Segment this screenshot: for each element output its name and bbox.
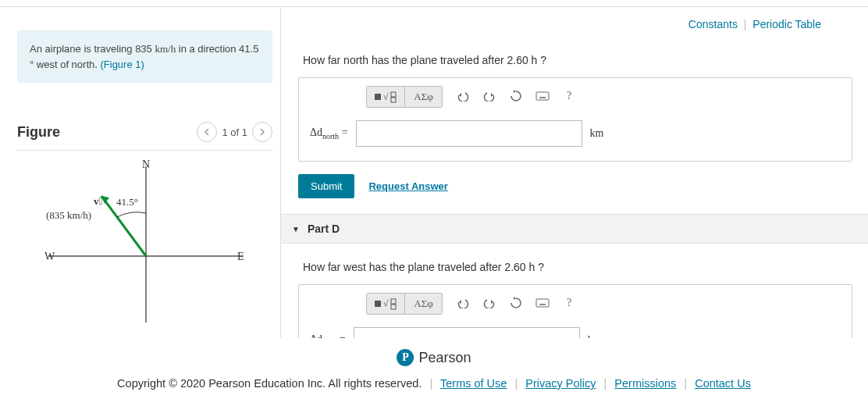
label-west: W (44, 251, 55, 263)
keyboard-button[interactable] (530, 86, 555, 106)
periodic-table-link[interactable]: Periodic Table (752, 18, 821, 30)
reset-icon (510, 90, 522, 102)
figure-diagram: N W E 41.5° v⃗ (835 km/h) (17, 158, 272, 330)
partc-answer-box: √ ΑΣφ ? (298, 77, 852, 162)
figure-prev-button[interactable] (197, 122, 217, 142)
help-button[interactable]: ? (557, 293, 582, 313)
submit-button[interactable]: Submit (298, 174, 354, 198)
svg-text:√: √ (383, 298, 389, 309)
redo-icon (483, 297, 496, 308)
svg-rect-24 (536, 299, 549, 307)
partc-lhs: Δdnorth = (310, 126, 348, 141)
constants-link[interactable]: Constants (688, 18, 738, 30)
undo-button[interactable] (450, 293, 475, 313)
undo-icon (457, 91, 469, 102)
angle-label: 41.5° (116, 196, 138, 208)
chevron-left-icon (204, 128, 210, 136)
partd-answer-box: √ ΑΣφ ? (298, 284, 852, 338)
greek-button[interactable]: ΑΣφ (404, 294, 442, 314)
partd-unit: km (588, 334, 602, 338)
terms-link[interactable]: Terms of Use (440, 377, 507, 390)
svg-rect-6 (391, 92, 396, 97)
request-answer-link[interactable]: Request Answer (368, 180, 447, 192)
undo-icon (457, 297, 469, 308)
svg-rect-4 (375, 94, 381, 100)
caret-down-icon: ▼ (292, 225, 300, 233)
greek-button[interactable]: ΑΣφ (404, 87, 442, 107)
partc-answer-input[interactable] (356, 120, 582, 147)
undo-button[interactable] (450, 86, 475, 106)
vector-label: v⃗ (94, 195, 102, 208)
svg-marker-10 (514, 90, 516, 93)
template-icon: √ (374, 297, 397, 310)
pearson-p-icon: P (397, 349, 414, 366)
template-icon: √ (374, 91, 397, 103)
redo-button[interactable] (477, 293, 502, 313)
figure-pager: 1 of 1 (222, 126, 247, 138)
help-button[interactable]: ? (557, 86, 582, 106)
svg-marker-3 (101, 196, 109, 204)
contact-link[interactable]: Contact Us (695, 377, 751, 390)
svg-rect-11 (536, 92, 549, 100)
partc-question: How far north has the plane traveled aft… (303, 54, 852, 66)
pearson-logo: P Pearson (397, 349, 471, 366)
partd-question: How far west has the plane traveled afte… (303, 261, 852, 273)
problem-statement: An airplane is traveling 835 km/h in a d… (17, 30, 272, 83)
reset-icon (510, 297, 522, 309)
svg-marker-21 (459, 300, 461, 304)
svg-marker-9 (491, 93, 493, 97)
chevron-right-icon (259, 128, 265, 136)
svg-marker-23 (514, 297, 516, 300)
partd-lhs: Δdwest = (310, 333, 346, 338)
privacy-link[interactable]: Privacy Policy (525, 377, 596, 390)
svg-text:√: √ (383, 91, 389, 102)
template-button[interactable]: √ (367, 294, 404, 314)
partc-unit: km (590, 127, 604, 140)
figure-title: Figure (17, 124, 60, 141)
permissions-link[interactable]: Permissions (614, 377, 676, 390)
redo-icon (483, 91, 496, 102)
svg-rect-20 (391, 304, 396, 309)
reset-button[interactable] (503, 293, 528, 313)
svg-marker-22 (491, 300, 493, 304)
reset-button[interactable] (503, 86, 528, 106)
label-north: N (142, 158, 150, 171)
keyboard-button[interactable] (530, 293, 555, 313)
svg-rect-17 (375, 301, 381, 307)
keyboard-icon (535, 91, 550, 101)
template-button[interactable]: √ (367, 87, 404, 107)
copyright-text: Copyright © 2020 Pearson Education Inc. … (117, 377, 422, 390)
svg-rect-19 (391, 299, 396, 304)
figure-link[interactable]: (Figure 1) (100, 59, 144, 70)
redo-button[interactable] (477, 86, 502, 106)
figure-next-button[interactable] (252, 122, 272, 142)
svg-marker-8 (459, 93, 461, 97)
label-east: E (237, 251, 244, 263)
speed-label: (835 km/h) (46, 209, 91, 222)
partd-header[interactable]: ▼ Part D (281, 214, 868, 244)
keyboard-icon (535, 298, 550, 308)
partd-answer-input[interactable] (354, 327, 580, 338)
svg-rect-7 (391, 98, 396, 102)
